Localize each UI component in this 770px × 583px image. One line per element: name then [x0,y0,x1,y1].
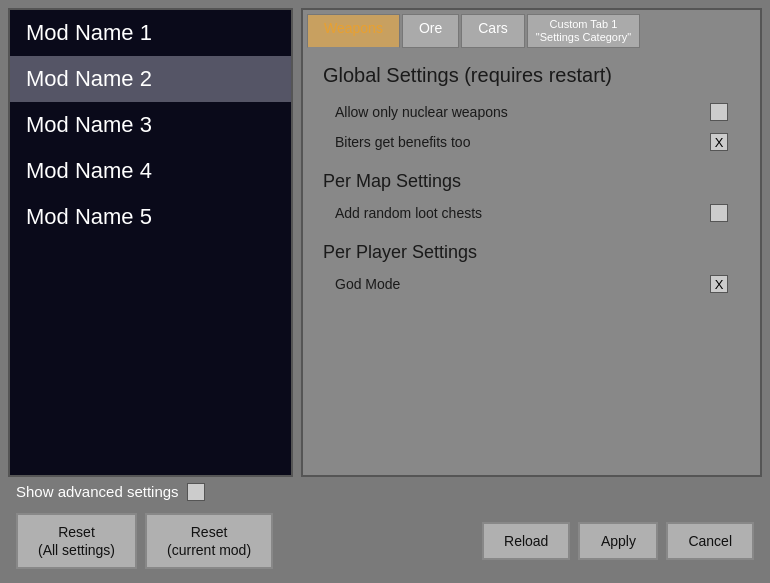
advanced-settings-checkbox[interactable] [187,483,205,501]
setting-row-loot: Add random loot chests [323,200,740,226]
bottom-bar: Show advanced settings [8,477,762,507]
footer-left: Reset (All settings) Reset (current mod) [16,513,273,569]
setting-label-godmode: God Mode [335,276,400,292]
reset-all-button[interactable]: Reset (All settings) [16,513,137,569]
settings-panel: Weapons Ore Cars Custom Tab 1 "Settings … [301,8,762,477]
checkbox-nuclear[interactable] [710,103,728,121]
mod-item-4[interactable]: Mod Name 4 [10,148,291,194]
checkbox-biters[interactable]: X [710,133,728,151]
per-map-title: Per Map Settings [323,171,740,192]
reload-button[interactable]: Reload [482,522,570,560]
main-container: Mod Name 1 Mod Name 2 Mod Name 3 Mod Nam… [0,0,770,583]
mod-list: Mod Name 1 Mod Name 2 Mod Name 3 Mod Nam… [8,8,293,477]
mod-item-2[interactable]: Mod Name 2 [10,56,291,102]
tab-cars[interactable]: Cars [461,14,525,48]
checkbox-loot[interactable] [710,204,728,222]
advanced-settings-label: Show advanced settings [16,483,179,500]
setting-row-nuclear: Allow only nuclear weapons [323,99,740,125]
settings-content: Global Settings (requires restart) Allow… [303,48,760,474]
footer-right: Reload Apply Cancel [482,522,754,560]
setting-label-biters: Biters get benefits too [335,134,470,150]
checkbox-godmode[interactable]: X [710,275,728,293]
tabs-row: Weapons Ore Cars Custom Tab 1 "Settings … [303,10,760,48]
footer-buttons: Reset (All settings) Reset (current mod)… [8,507,762,575]
apply-button[interactable]: Apply [578,522,658,560]
tab-custom[interactable]: Custom Tab 1 "Settings Category" [527,14,640,48]
tab-ore[interactable]: Ore [402,14,459,48]
setting-row-biters: Biters get benefits too X [323,129,740,155]
global-settings-title: Global Settings (requires restart) [323,64,740,87]
setting-label-nuclear: Allow only nuclear weapons [335,104,508,120]
setting-row-godmode: God Mode X [323,271,740,297]
mod-item-1[interactable]: Mod Name 1 [10,10,291,56]
reset-current-button[interactable]: Reset (current mod) [145,513,273,569]
content-area: Mod Name 1 Mod Name 2 Mod Name 3 Mod Nam… [8,8,762,477]
mod-item-5[interactable]: Mod Name 5 [10,194,291,240]
per-player-title: Per Player Settings [323,242,740,263]
tab-weapons[interactable]: Weapons [307,14,400,48]
cancel-button[interactable]: Cancel [666,522,754,560]
setting-label-loot: Add random loot chests [335,205,482,221]
mod-item-3[interactable]: Mod Name 3 [10,102,291,148]
